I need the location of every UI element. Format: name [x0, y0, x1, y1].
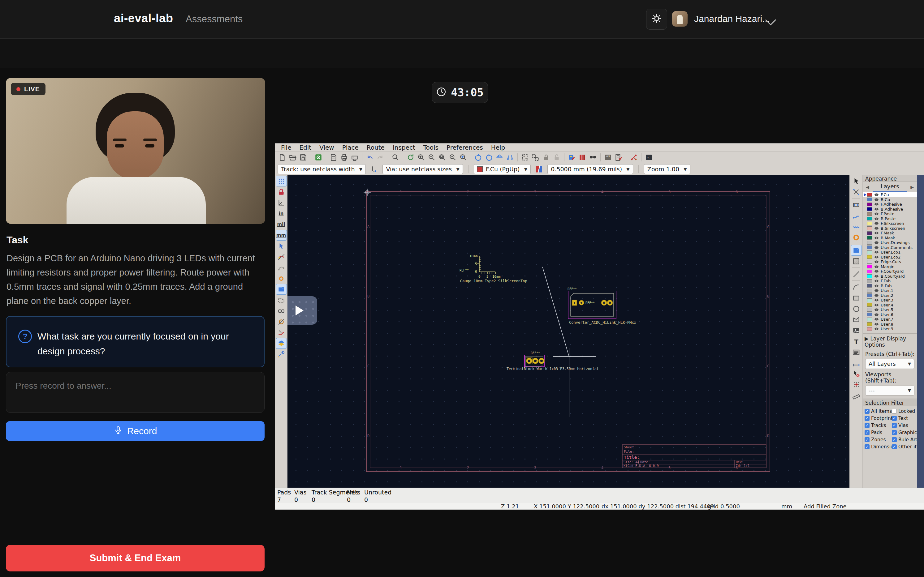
- layer-row-user-eco1[interactable]: User.Eco1: [863, 250, 917, 255]
- visibility-eye-icon[interactable]: [874, 246, 879, 249]
- lock-button[interactable]: [541, 152, 551, 162]
- flip-vertical-button[interactable]: [494, 152, 505, 162]
- layer-row-f-mask[interactable]: F.Mask: [863, 230, 917, 235]
- checkbox-icon[interactable]: ✓: [892, 430, 897, 435]
- filter-pads[interactable]: ✓Pads: [864, 430, 892, 435]
- layer-color-swatch[interactable]: [867, 255, 872, 259]
- layer-row-user-4[interactable]: User.4: [863, 303, 917, 308]
- via-size-select[interactable]: Via: use netclass sizes▼: [383, 164, 463, 174]
- layer-row-f-fab[interactable]: F.Fab: [863, 279, 917, 284]
- submit-end-exam-button[interactable]: Submit & End Exam: [6, 545, 265, 571]
- layer-row-f-courtyard[interactable]: F.Courtyard: [863, 269, 917, 274]
- add-dimension-button[interactable]: [851, 358, 861, 368]
- zoom-selection-button[interactable]: [458, 152, 468, 162]
- menu-preferences[interactable]: Preferences: [443, 144, 487, 151]
- grid-size-select[interactable]: 0.5000 mm (19.69 mils)▼: [548, 164, 633, 174]
- layer-row-b-mask[interactable]: B.Mask: [863, 235, 917, 240]
- visibility-eye-icon[interactable]: [874, 231, 879, 235]
- visibility-eye-icon[interactable]: [874, 265, 879, 268]
- zoom-out-button[interactable]: [426, 152, 437, 162]
- ratsnest-curved-button[interactable]: [276, 263, 286, 273]
- layer-row-b-cu[interactable]: B.Cu: [863, 197, 917, 202]
- layer-color-swatch[interactable]: [867, 226, 872, 230]
- visibility-eye-icon[interactable]: [874, 298, 879, 302]
- layer-color-swatch[interactable]: [867, 284, 872, 288]
- layer-row-f-cu[interactable]: F.Cu: [863, 192, 917, 197]
- layer-color-swatch[interactable]: [867, 236, 872, 240]
- unlock-button[interactable]: [551, 152, 562, 162]
- page-setup-button[interactable]: [328, 152, 339, 162]
- checkbox-icon[interactable]: ✓: [864, 444, 869, 449]
- cursor-shape-button[interactable]: [276, 241, 286, 251]
- menu-inspect[interactable]: Inspect: [389, 144, 419, 151]
- layer-color-swatch[interactable]: [867, 289, 872, 293]
- locked-items-button[interactable]: [276, 187, 286, 197]
- pcb-canvas[interactable]: 112233445566AABBCCDD 10mm 5 0: [288, 175, 850, 488]
- layer-row-b-silkscreen[interactable]: B.Silkscreen: [863, 226, 917, 231]
- layer-row-b-courtyard[interactable]: B.Courtyard: [863, 274, 917, 279]
- layer-color-swatch[interactable]: [867, 322, 872, 326]
- layer-row-user-7[interactable]: User.7: [863, 317, 917, 322]
- zoom-fit-objects-button[interactable]: [447, 152, 458, 162]
- panel-expand-tab[interactable]: [288, 296, 317, 325]
- layer-color-swatch[interactable]: [867, 250, 872, 254]
- layer-row-edge-cuts[interactable]: Edge.Cuts: [863, 259, 917, 264]
- layer-color-swatch[interactable]: [867, 274, 872, 278]
- print-button[interactable]: [339, 152, 349, 162]
- checkbox-icon[interactable]: ✓: [892, 416, 897, 421]
- layer-color-swatch[interactable]: [867, 260, 872, 264]
- layer-color-swatch[interactable]: [867, 270, 872, 273]
- scripting-console-button[interactable]: >_: [644, 152, 654, 162]
- visibility-eye-icon[interactable]: [874, 193, 879, 197]
- rotate-cw-button[interactable]: [484, 152, 494, 162]
- add-image-button[interactable]: [851, 325, 861, 335]
- checkbox-icon[interactable]: ✓: [864, 430, 869, 435]
- layer-row-f-adhesive[interactable]: F.Adhesive: [863, 202, 917, 207]
- layer-color-swatch[interactable]: [867, 207, 872, 211]
- visibility-eye-icon[interactable]: [874, 313, 879, 316]
- rotate-ccw-button[interactable]: [473, 152, 484, 162]
- layer-color-swatch[interactable]: [867, 279, 872, 283]
- group-button[interactable]: [520, 152, 530, 162]
- units-mil-button[interactable]: mil: [276, 219, 286, 229]
- visibility-eye-icon[interactable]: [874, 322, 879, 326]
- zoom-in-button[interactable]: [416, 152, 426, 162]
- ungroup-button[interactable]: [530, 152, 541, 162]
- layer-row-b-paste[interactable]: B.Paste: [863, 216, 917, 221]
- layer-color-swatch[interactable]: [867, 231, 872, 235]
- filter-vias[interactable]: ✓Vias: [892, 423, 917, 428]
- username-label[interactable]: Janardan Hazari...: [694, 14, 770, 24]
- visibility-eye-icon[interactable]: [874, 275, 879, 278]
- board-setup-button[interactable]: [313, 152, 324, 162]
- filter-zones[interactable]: ✓Zones: [864, 437, 892, 443]
- answer-textarea[interactable]: [6, 372, 265, 413]
- zoom-fit-button[interactable]: [437, 152, 447, 162]
- layer-row-f-paste[interactable]: F.Paste: [863, 211, 917, 216]
- visibility-eye-icon[interactable]: [874, 250, 879, 254]
- redo-button[interactable]: [375, 152, 386, 162]
- mirror-horizontal-button[interactable]: [505, 152, 515, 162]
- delete-tool-button[interactable]: [851, 369, 861, 379]
- visibility-eye-icon[interactable]: [874, 294, 879, 297]
- tab-layers[interactable]: Layers: [872, 182, 907, 192]
- visibility-eye-icon[interactable]: [874, 203, 879, 206]
- visibility-eye-icon[interactable]: [874, 222, 879, 225]
- menu-route[interactable]: Route: [363, 144, 389, 151]
- layer-color-swatch[interactable]: [867, 313, 872, 316]
- filter-footprints[interactable]: ✓Footprints: [864, 416, 892, 421]
- menu-tools[interactable]: Tools: [419, 144, 443, 151]
- local-ratsnest-button[interactable]: [851, 187, 861, 197]
- arrow-right-icon[interactable]: ▶: [910, 185, 914, 190]
- draw-arc-button[interactable]: [851, 282, 861, 292]
- visibility-eye-icon[interactable]: [874, 236, 879, 240]
- filter-dimensions[interactable]: ✓Dimensions: [864, 444, 892, 450]
- add-textbox-button[interactable]: [851, 347, 861, 357]
- layer-row-user-8[interactable]: User.8: [863, 322, 917, 327]
- nav-assessments-link[interactable]: Assessments: [186, 14, 242, 25]
- layers-manager-button[interactable]: [276, 338, 286, 348]
- add-text-button[interactable]: T: [851, 336, 861, 347]
- theme-toggle-button[interactable]: [646, 9, 667, 30]
- add-via-button[interactable]: [851, 232, 861, 242]
- units-inch-button[interactable]: in: [276, 208, 286, 219]
- footprint-library-button[interactable]: [577, 152, 588, 162]
